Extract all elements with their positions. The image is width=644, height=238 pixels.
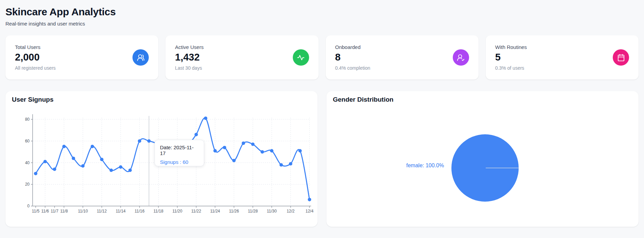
svg-text:11/28: 11/28 xyxy=(248,209,258,214)
signups-chart-panel: User Signups 02040608011/511/611/711/811… xyxy=(5,91,318,227)
stats-row: Total Users 2,000 All registered users A… xyxy=(5,35,639,80)
svg-text:11/10: 11/10 xyxy=(78,209,88,214)
svg-text:12/4: 12/4 xyxy=(306,209,314,214)
stat-card-active-users: Active Users 1,432 Last 30 days xyxy=(165,35,318,80)
stat-subtext: All registered users xyxy=(15,65,56,71)
svg-text:20: 20 xyxy=(25,182,30,187)
gender-chart-panel: Gender Distribution female: 100.0% xyxy=(326,91,639,227)
users-icon xyxy=(132,49,149,66)
tooltip-value: Signups : 60 xyxy=(160,159,199,165)
page-title: Skincare App Analytics xyxy=(5,6,639,18)
svg-text:11/24: 11/24 xyxy=(210,209,220,214)
user-check-icon xyxy=(453,49,469,66)
dashboard: Skincare App Analytics Real-time insight… xyxy=(0,0,644,227)
svg-text:80: 80 xyxy=(25,117,30,122)
calendar-icon xyxy=(613,49,629,66)
svg-text:40: 40 xyxy=(25,160,30,165)
stat-card-onboarded: Onboarded 8 0.4% completion xyxy=(326,35,479,80)
stat-card-with-routines: With Routines 5 0.3% of users xyxy=(486,35,639,80)
page-header: Skincare App Analytics Real-time insight… xyxy=(5,6,639,27)
stat-subtext: Last 30 days xyxy=(175,65,203,71)
svg-text:11/20: 11/20 xyxy=(172,209,182,214)
page-subtitle: Real-time insights and user metrics xyxy=(5,21,639,27)
pie-slice-label: female: 100.0% xyxy=(406,163,444,169)
svg-text:11/16: 11/16 xyxy=(135,209,144,214)
stat-value: 8 xyxy=(335,52,371,63)
svg-text:11/26: 11/26 xyxy=(229,209,239,214)
tooltip-date: Date: 2025-11-17 xyxy=(160,144,199,156)
svg-text:11/7: 11/7 xyxy=(51,209,58,214)
charts-row: User Signups 02040608011/511/611/711/811… xyxy=(5,91,639,227)
svg-text:11/18: 11/18 xyxy=(154,209,163,214)
stat-value: 5 xyxy=(495,52,527,63)
chart-tooltip: Date: 2025-11-17 Signups : 60 xyxy=(155,140,204,166)
svg-text:12/2: 12/2 xyxy=(287,209,295,214)
gender-pie-chart[interactable] xyxy=(326,91,639,227)
stat-label: Active Users xyxy=(175,44,203,50)
svg-text:60: 60 xyxy=(25,139,30,143)
svg-text:11/6: 11/6 xyxy=(41,209,49,214)
stat-value: 2,000 xyxy=(15,52,56,63)
stat-label: With Routines xyxy=(495,44,527,50)
svg-text:11/12: 11/12 xyxy=(97,209,107,214)
svg-text:0: 0 xyxy=(27,204,30,208)
svg-text:11/8: 11/8 xyxy=(60,209,68,214)
stat-value: 1,432 xyxy=(175,52,203,63)
activity-icon xyxy=(293,49,309,66)
stat-subtext: 0.3% of users xyxy=(495,65,527,71)
svg-text:11/22: 11/22 xyxy=(191,209,201,214)
stat-label: Onboarded xyxy=(335,44,371,50)
svg-text:11/5: 11/5 xyxy=(32,209,40,214)
svg-text:11/30: 11/30 xyxy=(267,209,276,214)
stat-subtext: 0.4% completion xyxy=(335,65,371,71)
stat-label: Total Users xyxy=(15,44,56,50)
svg-text:11/14: 11/14 xyxy=(116,209,126,214)
stat-card-total-users: Total Users 2,000 All registered users xyxy=(5,35,158,80)
